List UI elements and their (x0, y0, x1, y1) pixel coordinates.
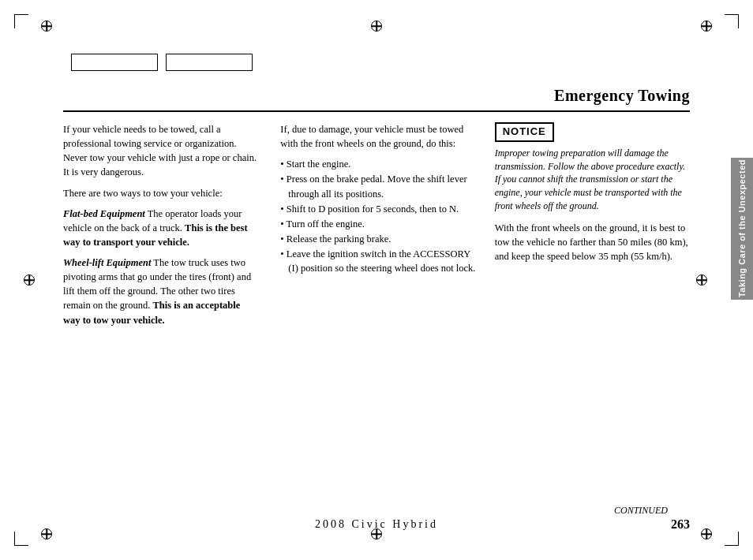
footer: 2008 Civic Hybrid 263 (63, 517, 690, 532)
reg-circle-tl (41, 21, 52, 32)
column-1: If your vehicle needs to be towed, call … (63, 122, 269, 497)
reg-circle-tr (701, 21, 712, 32)
col1-para1: If your vehicle needs to be towed, call … (63, 122, 258, 180)
bullet-3: Shift to D position for 5 seconds, then … (280, 202, 475, 216)
reg-circle-bl (41, 528, 52, 539)
reg-circle-br (701, 528, 712, 539)
col1-wheellift: Wheel-lift Equipment The tow truck uses … (63, 256, 258, 327)
reg-circle-right (696, 274, 707, 286)
notice-box: NOTICE (495, 122, 554, 142)
bullet-1: Start the engine. (280, 157, 475, 171)
reg-circle-tc (371, 21, 382, 32)
notice-text: Improper towing preparation will damage … (495, 147, 690, 213)
col1-flatbed: Flat-bed Equipment The operator loads yo… (63, 207, 258, 249)
corner-mark-tl (14, 14, 28, 28)
bullet-4: Turn off the engine. (280, 217, 475, 231)
side-tab: Taking Care of the Unexpected (731, 158, 753, 300)
col3-body: With the front wheels on the ground, it … (495, 221, 690, 263)
col1-para2: There are two ways to tow your vehicle: (63, 186, 258, 200)
page-title: Emergency Towing (554, 87, 690, 105)
footer-center: 2008 Civic Hybrid (103, 518, 650, 531)
page: Emergency Towing If your vehicle needs t… (0, 0, 753, 560)
corner-mark-br (725, 532, 739, 546)
tab-box-2 (166, 54, 253, 71)
wheellift-label: Wheel-lift Equipment (63, 257, 151, 268)
content-area: If your vehicle needs to be towed, call … (63, 122, 690, 497)
corner-mark-tr (725, 14, 739, 28)
column-3: NOTICE Improper towing preparation will … (487, 122, 690, 497)
bullet-2: Press on the brake pedal. Move the shift… (280, 172, 475, 200)
tab-box-1 (71, 54, 158, 71)
col2-bullets: Start the engine. Press on the brake ped… (280, 157, 475, 275)
bullet-5: Release the parking brake. (280, 232, 475, 246)
bullet-6: Leave the ignition switch in the ACCESSO… (280, 247, 475, 275)
continued-label: CONTINUED (614, 505, 668, 517)
footer-page-number: 263 (650, 517, 690, 532)
side-tab-text: Taking Care of the Unexpected (737, 159, 747, 297)
col2-intro: If, due to damage, your vehicle must be … (280, 122, 475, 151)
column-2: If, due to damage, your vehicle must be … (269, 122, 486, 497)
tab-boxes (71, 54, 253, 71)
reg-circle-left (24, 274, 35, 286)
flatbed-label: Flat-bed Equipment (63, 208, 145, 219)
corner-mark-bl (14, 532, 28, 546)
title-rule (63, 110, 690, 112)
